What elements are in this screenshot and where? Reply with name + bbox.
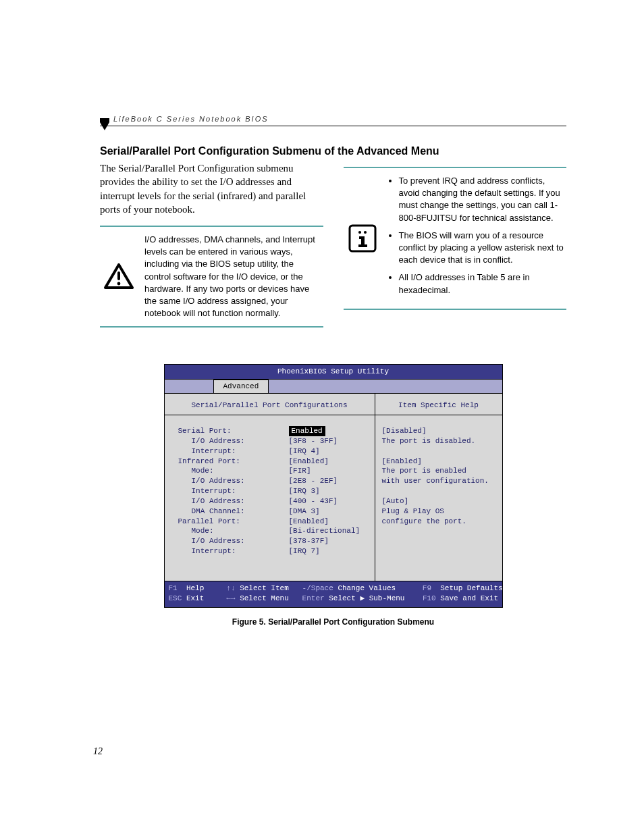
info-list: To prevent IRQ and address conflicts, av… <box>399 175 564 296</box>
bios-field-value[interactable]: [400 - 43F] <box>289 496 338 506</box>
bios-field-row[interactable]: Mode:[FIR] <box>178 466 369 476</box>
warning-callout: I/O addresses, DMA channels, and Interru… <box>100 226 323 328</box>
bios-field-value[interactable]: [3F8 - 3FF] <box>289 436 338 446</box>
bios-field-label: Serial Port: <box>178 426 289 436</box>
bios-field-row[interactable]: Mode:[Bi-directional] <box>178 526 369 536</box>
svg-point-3 <box>358 231 360 234</box>
svg-point-1 <box>117 282 121 285</box>
bios-field-label: Mode: <box>178 466 289 476</box>
bios-field-row[interactable]: Interrupt:[IRQ 4] <box>178 446 369 457</box>
info-item: All I/O addresses in Table 5 are in hexa… <box>399 271 564 296</box>
bios-field-row[interactable]: I/O Address:[2E8 - 2EF] <box>178 476 369 486</box>
bios-field-row[interactable]: DMA Channel:[DMA 3] <box>178 506 369 517</box>
info-item: To prevent IRQ and address conflicts, av… <box>399 175 564 224</box>
section-heading: Serial/Parallel Port Configuration Subme… <box>100 145 566 157</box>
bios-field-row[interactable]: Infrared Port:[Enabled] <box>178 457 369 467</box>
bios-field-label: DMA Channel: <box>178 506 289 517</box>
bios-field-label: Interrupt: <box>178 446 289 457</box>
bios-field-value[interactable]: [Bi-directional] <box>289 526 360 536</box>
bios-field-row[interactable]: I/O Address:[400 - 43F] <box>178 496 369 506</box>
bios-field-label: I/O Address: <box>178 496 289 506</box>
header-rule <box>100 126 566 126</box>
bios-field-label: I/O Address: <box>178 476 289 486</box>
bios-right-title: Item Specific Help <box>375 394 502 415</box>
running-header: LifeBook C Series Notebook BIOS <box>113 115 566 123</box>
bios-title: PhoenixBIOS Setup Utility <box>165 365 502 380</box>
page-number: 12 <box>93 746 103 757</box>
bios-field-label: I/O Address: <box>178 436 289 446</box>
warning-text: I/O addresses, DMA channels, and Interru… <box>144 234 321 319</box>
bios-field-row[interactable]: Parallel Port:[Enabled] <box>178 517 369 527</box>
bios-field-list: Serial Port:EnabledI/O Address:[3F8 - 3F… <box>165 415 375 581</box>
bios-left-title: Serial/Parallel Port Configurations <box>165 394 375 415</box>
bios-field-value[interactable]: [Enabled] <box>289 457 329 467</box>
bios-field-label: I/O Address: <box>178 536 289 546</box>
bios-screenshot: PhoenixBIOS Setup Utility Advanced Seria… <box>164 364 503 607</box>
bios-field-value[interactable]: [IRQ 4] <box>289 446 320 457</box>
bios-field-label: Interrupt: <box>178 486 289 496</box>
bios-field-row[interactable]: Interrupt:[IRQ 3] <box>178 486 369 496</box>
bios-footer: F1 Help ↑↓ Select Item -/Space Change Va… <box>165 581 502 607</box>
svg-rect-6 <box>361 236 365 246</box>
info-icon <box>346 224 379 253</box>
intro-paragraph: The Serial/Parallel Port Configuration s… <box>100 161 323 216</box>
bios-field-value[interactable]: [Enabled] <box>289 517 329 527</box>
bios-field-label: Infrared Port: <box>178 457 289 467</box>
svg-rect-0 <box>117 271 120 280</box>
header-corner-glyph <box>100 118 109 132</box>
svg-point-4 <box>363 231 366 234</box>
bios-field-label: Parallel Port: <box>178 517 289 527</box>
bios-field-value[interactable]: [2E8 - 2EF] <box>289 476 338 486</box>
bios-help-text: [Disabled] The port is disabled. [Enable… <box>375 415 502 533</box>
info-callout: To prevent IRQ and address conflicts, av… <box>344 167 567 310</box>
bios-field-value[interactable]: [IRQ 3] <box>289 486 320 496</box>
figure-caption: Figure 5. Serial/Parallel Port Configura… <box>164 617 503 627</box>
bios-field-row[interactable]: Interrupt:[IRQ 7] <box>178 546 369 556</box>
svg-rect-7 <box>358 244 367 247</box>
bios-field-value[interactable]: [IRQ 7] <box>289 546 320 556</box>
bios-field-value[interactable]: [378-37F] <box>289 536 329 546</box>
bios-tab-bar: Advanced <box>165 380 502 394</box>
info-item: The BIOS will warn you of a resource con… <box>399 230 564 267</box>
warning-icon <box>103 263 135 290</box>
bios-field-value[interactable]: [DMA 3] <box>289 506 320 517</box>
bios-field-label: Interrupt: <box>178 546 289 556</box>
bios-field-row[interactable]: I/O Address:[3F8 - 3FF] <box>178 436 369 446</box>
bios-field-label: Mode: <box>178 526 289 536</box>
bios-tab-advanced[interactable]: Advanced <box>213 380 269 393</box>
bios-field-row[interactable]: I/O Address:[378-37F] <box>178 536 369 546</box>
bios-field-value[interactable]: Enabled <box>289 426 325 436</box>
bios-field-value[interactable]: [FIR] <box>289 466 311 476</box>
bios-field-row[interactable]: Serial Port:Enabled <box>178 426 369 436</box>
